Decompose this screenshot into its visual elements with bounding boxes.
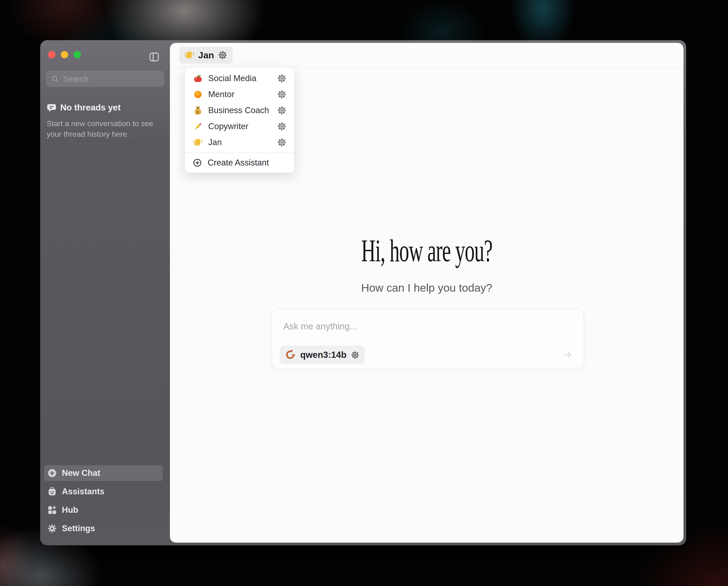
sidebar-item-label: Hub [62, 505, 78, 515]
main-panel: Jan Social Media [170, 43, 683, 542]
greeting-title: Hi, how are you? [170, 233, 683, 269]
assistant-selector-label: Jan [198, 50, 214, 60]
apple-emoji [193, 74, 203, 83]
menu-item-jan[interactable]: Jan [185, 134, 294, 150]
gear-icon[interactable] [277, 122, 286, 131]
search-placeholder: Search [63, 74, 89, 84]
money-bag-emoji: $ [193, 106, 203, 115]
gear-icon[interactable] [277, 138, 286, 147]
menu-item-label: Mentor [208, 89, 234, 99]
menu-item-label: Jan [208, 137, 222, 147]
traffic-lights [48, 51, 81, 58]
orange-circle-emoji [193, 89, 203, 99]
menu-item-business-coach[interactable]: $ Business Coach [185, 102, 294, 118]
threads-empty-state: No threads yet Start a new conversation … [47, 103, 163, 139]
sidebar-item-new-chat[interactable]: New Chat [44, 465, 163, 481]
sidebar-item-assistants[interactable]: Assistants [44, 484, 163, 500]
gear-icon[interactable] [218, 50, 227, 60]
plus-circle-icon [47, 468, 57, 478]
sidebar-item-hub[interactable]: Hub [44, 502, 163, 518]
sidebar-nav: New Chat Assistants Hub [44, 465, 163, 539]
zoom-button[interactable] [74, 51, 81, 58]
sidebar-item-label: New Chat [62, 468, 100, 478]
waving-hand-emoji [185, 50, 194, 60]
empty-state-description: Start a new conversation to see your thr… [47, 118, 163, 139]
svg-text:$: $ [197, 110, 199, 114]
gear-icon[interactable] [277, 90, 286, 99]
create-assistant-label: Create Assistant [208, 158, 269, 168]
menu-item-label: Business Coach [208, 106, 269, 115]
greeting-subtitle: How can I help you today? [170, 282, 683, 294]
model-selector-label: qwen3:14b [300, 350, 347, 360]
search-icon [51, 75, 59, 83]
assistant-selector-button[interactable]: Jan [179, 47, 233, 63]
llama-cpp-icon [285, 349, 296, 360]
assistant-dropdown-menu: Social Media Mentor $ [185, 67, 294, 173]
composer-placeholder: Ask me anything... [283, 321, 357, 331]
empty-state-title: No threads yet [60, 103, 121, 113]
create-assistant-button[interactable]: Create Assistant [185, 153, 294, 172]
gear-icon[interactable] [277, 74, 286, 83]
sidebar-item-label: Assistants [62, 487, 104, 497]
pencil-emoji [193, 122, 203, 131]
sidebar-item-settings[interactable]: Settings [44, 521, 163, 536]
hub-icon [47, 505, 57, 515]
model-selector-button[interactable]: qwen3:14b [280, 346, 365, 364]
menu-item-copywriter[interactable]: Copywriter [185, 118, 294, 134]
thread-bubble-icon [47, 103, 56, 113]
menu-item-label: Social Media [208, 74, 256, 83]
send-arrow-icon[interactable] [562, 349, 573, 360]
plus-circle-outline-icon [193, 158, 202, 167]
chat-composer[interactable]: Ask me anything... qwen3:14b [271, 309, 584, 369]
sidebar-item-label: Settings [62, 524, 95, 533]
gear-icon[interactable] [351, 351, 359, 359]
settings-gear-icon [47, 524, 57, 533]
menu-item-mentor[interactable]: Mentor [185, 86, 294, 102]
main-header [170, 43, 683, 68]
menu-item-social-media[interactable]: Social Media [185, 70, 294, 86]
sidebar-toggle-icon[interactable] [149, 52, 160, 62]
close-button[interactable] [48, 51, 55, 58]
search-input[interactable]: Search [46, 71, 164, 86]
menu-item-label: Copywriter [208, 122, 249, 131]
assistant-icon [47, 487, 57, 497]
waving-hand-emoji [193, 137, 203, 147]
minimize-button[interactable] [61, 51, 68, 58]
gear-icon[interactable] [277, 106, 286, 115]
app-window: Search No threads yet Start a new conver… [40, 40, 686, 545]
